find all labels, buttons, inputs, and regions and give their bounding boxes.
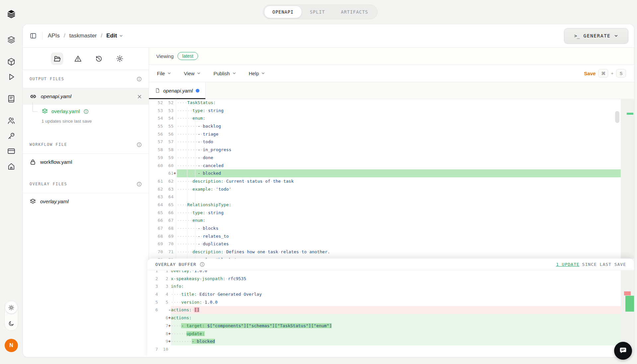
home-icon[interactable]	[5, 160, 17, 172]
menu-help[interactable]: Help	[249, 71, 265, 76]
package-icon[interactable]	[5, 56, 17, 68]
breadcrumb-taskmaster[interactable]: taskmaster	[69, 32, 97, 39]
indent-guide	[195, 107, 195, 259]
code-line[interactable]: 5252····TaskStatus:	[149, 99, 634, 107]
chevron-down-icon	[167, 71, 171, 75]
unsaved-dot	[196, 89, 199, 92]
scrollbar-thumb[interactable]	[615, 111, 619, 123]
user-avatar[interactable]: N	[5, 339, 18, 352]
section-overlay-files: OVERLAY FILES	[23, 175, 149, 193]
docs-book-icon[interactable]	[5, 93, 17, 105]
code-line[interactable]: 6465····RelationshipType:	[149, 201, 634, 209]
api-key-icon[interactable]	[5, 130, 17, 142]
code-line[interactable]: 6566······type:·string	[149, 209, 634, 217]
editor-menubar: File View Publish Help Save ⌘ + S	[149, 65, 634, 82]
tree-connector	[33, 103, 37, 112]
file-row-overlay[interactable]: overlay.yaml	[23, 193, 149, 210]
tab-split[interactable]: SPLIT	[302, 6, 333, 18]
alert-triangle-icon	[74, 55, 82, 63]
cmd-key: ⌘	[598, 69, 608, 78]
updates-rest: SINCE LAST SAVE	[582, 262, 626, 267]
code-line[interactable]: 6263······example:·'todo'	[149, 185, 634, 193]
code-line[interactable]: 11overlay:·1.0.0	[149, 271, 634, 275]
dark-mode-button[interactable]	[5, 318, 17, 330]
menu-file[interactable]: File	[157, 71, 171, 76]
generate-button[interactable]: >_ GENERATE	[564, 28, 628, 44]
updates-note: 1 updates since last save	[23, 117, 149, 128]
code-line[interactable]: 6162······description:·Current·status·of…	[149, 177, 634, 185]
info-icon[interactable]	[136, 142, 142, 148]
code-line[interactable]: 6060········-·canceled	[149, 162, 634, 170]
updates-link[interactable]: 1 UPDATE	[556, 262, 580, 267]
code-line[interactable]: 6869········-·relates_to	[149, 232, 634, 240]
info-icon[interactable]	[136, 76, 142, 82]
code-line[interactable]: 55····version:·1.0.0	[149, 298, 634, 306]
close-icon[interactable]	[137, 94, 142, 99]
breadcrumb-edit-label: Edit	[106, 32, 117, 39]
code-line[interactable]: 5353······type:·string	[149, 107, 634, 115]
code-line[interactable]: 5454······enum:	[149, 114, 634, 122]
light-mode-button[interactable]	[5, 302, 17, 314]
speakeasy-logo-icon[interactable]	[5, 8, 17, 20]
code-line[interactable]: 5959········-·done	[149, 154, 634, 162]
editor-tabrow: openapi.yaml	[149, 82, 634, 99]
tab-openapi-yaml[interactable]: openapi.yaml	[149, 82, 206, 99]
overlay-code-editor: 11overlay:·1.0.022x-speakeasy-jsonpath:·…	[149, 271, 634, 357]
code-line[interactable]: 6+actions:	[149, 314, 634, 322]
breadcrumb-edit-dropdown[interactable]: Edit	[106, 32, 123, 39]
code-line[interactable]: 61+········-·blocked	[149, 169, 634, 177]
diff-overview-ruler	[621, 99, 634, 259]
info-icon[interactable]	[199, 262, 205, 267]
code-line[interactable]: 5757········-·todo	[149, 138, 634, 146]
tab-openapi[interactable]: OPENAPI	[264, 6, 302, 18]
problems-tab-button[interactable]	[72, 52, 84, 65]
code-line[interactable]: 710	[149, 345, 634, 353]
generate-label: GENERATE	[584, 33, 611, 38]
files-tab-button[interactable]	[51, 52, 63, 65]
history-tab-button[interactable]	[93, 52, 105, 65]
menu-publish[interactable]: Publish	[213, 71, 236, 76]
chat-button[interactable]	[614, 342, 632, 360]
users-icon[interactable]	[5, 115, 17, 127]
menu-label: Publish	[213, 71, 230, 76]
section-title: OUTPUT FILES	[30, 77, 64, 81]
code-line[interactable]: 5656········-·triage	[149, 130, 634, 138]
code-line[interactable]: 7+····-·target:·$["components"]["schemas…	[149, 322, 634, 330]
chevron-down-icon	[197, 71, 201, 75]
folder-open-icon	[53, 55, 61, 63]
indent-guide	[173, 282, 174, 342]
code-line[interactable]: 33info:	[149, 282, 634, 290]
code-line[interactable]: 44····title:·Editor·Generated·Overlay	[149, 290, 634, 298]
viewing-latest-badge[interactable]: latest	[177, 52, 198, 60]
code-line[interactable]: 6364	[149, 193, 634, 201]
info-icon[interactable]	[83, 109, 89, 114]
code-line[interactable]: 9+········-·blocked	[149, 337, 634, 345]
file-row-overlay-child[interactable]: overlay.yaml	[41, 108, 149, 115]
tab-artifacts[interactable]: ARTIFACTS	[333, 6, 376, 18]
toggle-sidebar-icon[interactable]	[30, 32, 37, 39]
editor-pane: Viewing latest File View Publish Help Sa…	[149, 48, 634, 357]
billing-card-icon[interactable]	[5, 145, 17, 157]
code-line[interactable]: 7172······example:·'blocks'	[149, 256, 634, 259]
top-bar: APIs / taskmaster / Edit >_ GENERATE	[23, 24, 634, 48]
file-row-openapi[interactable]: openapi.yaml	[23, 88, 149, 105]
code-line[interactable]: 5555········-·backlog	[149, 122, 634, 130]
code-line[interactable]: 6-actions:·[]	[149, 306, 634, 314]
file-name: overlay.yaml	[40, 199, 69, 205]
code-line[interactable]: 6970········-·duplicates	[149, 240, 634, 248]
code-line[interactable]: 6768········-·blocks	[149, 224, 634, 232]
viewing-bar: Viewing latest	[149, 48, 634, 65]
save-button[interactable]: Save	[584, 71, 596, 76]
code-line[interactable]: 22x-speakeasy-jsonpath:·rfc9535	[149, 275, 634, 283]
breadcrumb-apis[interactable]: APIs	[48, 32, 60, 39]
code-line[interactable]: 5858········-·in_progress	[149, 146, 634, 154]
code-line[interactable]: 6667······enum:	[149, 216, 634, 224]
file-row-workflow[interactable]: workflow.yaml	[23, 154, 149, 170]
layers-icon[interactable]	[5, 34, 17, 46]
code-line[interactable]: 7071······description:·Defines·how·one·t…	[149, 248, 634, 256]
code-line[interactable]: 8+······update:	[149, 330, 634, 338]
info-icon[interactable]	[136, 181, 142, 187]
menu-view[interactable]: View	[184, 71, 201, 76]
run-play-icon[interactable]	[5, 71, 17, 83]
settings-tab-button[interactable]	[113, 52, 126, 65]
